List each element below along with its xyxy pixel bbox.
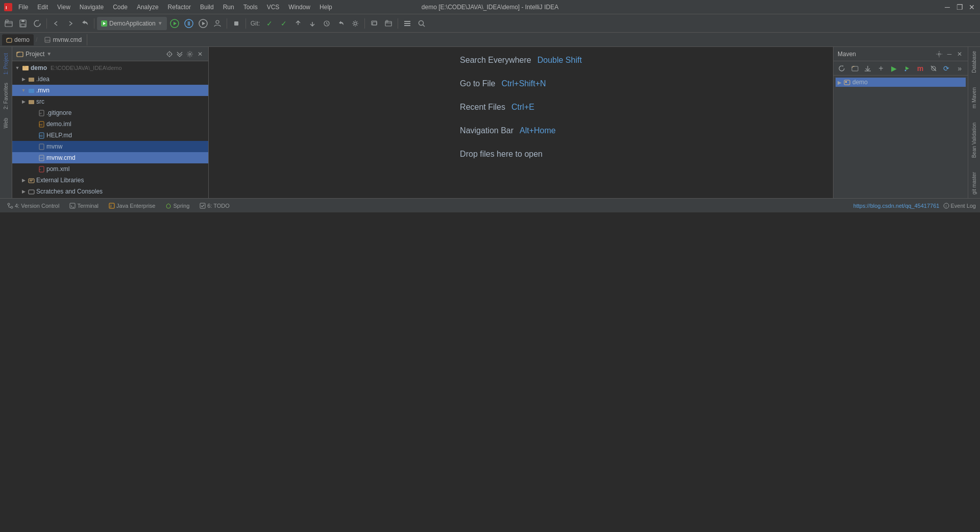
tree-item-mvn[interactable]: ▼ .mvn	[12, 85, 208, 96]
view-mode-button[interactable]	[401, 17, 414, 30]
menu-edit[interactable]: Edit	[33, 3, 52, 12]
restore-button[interactable]: ❐	[955, 3, 964, 11]
menu-analyze[interactable]: Analyze	[133, 3, 163, 12]
run-button[interactable]	[168, 17, 181, 30]
tab-maven-vertical[interactable]: m Maven	[970, 85, 978, 110]
maven-demo-item[interactable]: ▶ demo	[836, 78, 966, 87]
profile-button[interactable]	[211, 17, 224, 30]
navigation-bar-shortcut[interactable]: Alt+Home	[520, 126, 556, 135]
expand-src[interactable]: ▶	[20, 99, 27, 105]
git-push-button[interactable]	[291, 17, 305, 30]
run-configuration[interactable]: DemoApplication ▼	[97, 17, 167, 30]
maven-expand-icon[interactable]: ▶	[838, 80, 842, 85]
expand-demo[interactable]: ▼	[14, 65, 20, 71]
refresh-button[interactable]	[31, 17, 44, 30]
tab-java-enterprise[interactable]: J Java Enterprise	[106, 202, 158, 210]
menu-navigate[interactable]: Navigate	[76, 3, 108, 12]
maven-skip-test-button[interactable]	[927, 62, 940, 75]
title-bar-left: I File Edit View Navigate Code Analyze R…	[4, 3, 336, 12]
svg-point-13	[216, 20, 219, 23]
search-everywhere-shortcut[interactable]: Double Shift	[537, 56, 582, 65]
tree-item-gitignore[interactable]: git .gitignore	[12, 107, 208, 118]
tree-item-demo-root[interactable]: ▼ demo E:\CODE\JAVA\_IDEA\demo	[12, 62, 208, 74]
tab-version-control[interactable]: 4: Version Control	[4, 202, 62, 210]
menu-run[interactable]: Run	[219, 3, 238, 12]
tree-item-help-md[interactable]: MD HELP.md	[12, 130, 208, 141]
tab-project[interactable]: 1: Project	[1, 49, 11, 79]
menu-file[interactable]: File	[14, 3, 32, 12]
locate-file-button[interactable]	[165, 50, 174, 58]
tab-database[interactable]: Database	[970, 49, 978, 75]
project-settings-button[interactable]	[186, 50, 194, 58]
maven-sync-button[interactable]: ⟳	[941, 62, 953, 75]
undo-history-button[interactable]	[78, 17, 91, 30]
maven-minimize-button[interactable]: ─	[945, 50, 953, 58]
git-undo-button[interactable]	[334, 17, 348, 30]
maven-refresh-button[interactable]	[836, 62, 848, 75]
maven-add-button[interactable]: +	[875, 62, 887, 75]
expand-external-libs[interactable]: ▶	[20, 177, 27, 183]
git-update-button[interactable]	[306, 17, 319, 30]
csdn-link[interactable]: https://blog.csdn.net/qq_45417761	[853, 203, 940, 209]
maven-download-button[interactable]	[862, 62, 874, 75]
open-button[interactable]	[2, 17, 15, 30]
tree-item-demo-iml[interactable]: iml demo.iml	[12, 118, 208, 130]
back-button[interactable]	[50, 17, 63, 30]
goto-file-shortcut[interactable]: Ctrl+Shift+N	[501, 79, 546, 88]
open-new-window-button[interactable]	[368, 17, 381, 30]
svg-rect-56	[844, 80, 850, 85]
tree-item-idea[interactable]: ▶ .idea	[12, 74, 208, 85]
git-check-button[interactable]: ✓	[263, 17, 276, 30]
menu-refactor[interactable]: Refactor	[164, 3, 195, 12]
menu-help[interactable]: Help	[315, 3, 336, 12]
recent-files-shortcut[interactable]: Ctrl+E	[511, 103, 534, 112]
maven-expand-button[interactable]: »	[953, 62, 966, 75]
panel-close-button[interactable]: ✕	[196, 50, 204, 58]
tab-todo[interactable]: 6: TODO	[197, 202, 233, 210]
maven-settings-button[interactable]	[935, 50, 943, 58]
expand-scratches[interactable]: ▶	[20, 188, 27, 195]
collapse-all-button[interactable]	[176, 50, 184, 58]
save-button[interactable]	[16, 17, 30, 30]
maven-close-button[interactable]: ✕	[955, 50, 964, 58]
file-tab-mvnw[interactable]: cmd mvnw.cmd	[39, 34, 87, 45]
maven-debug-run-button[interactable]	[901, 62, 914, 75]
minimize-button[interactable]: ─	[943, 3, 951, 11]
tree-item-src[interactable]: ▶ src	[12, 96, 208, 107]
menu-view[interactable]: View	[53, 3, 75, 12]
git-commit-button[interactable]: ✓	[277, 17, 290, 30]
tree-item-mvnw-cmd[interactable]: cmd mvnw.cmd	[12, 152, 208, 163]
commit-settings-button[interactable]	[349, 17, 362, 30]
tab-bean-validation[interactable]: Bean Validation	[970, 120, 978, 160]
menu-tools[interactable]: Tools	[239, 3, 262, 12]
maven-open-button[interactable]	[849, 62, 861, 75]
debug-button[interactable]	[182, 17, 195, 30]
menu-window[interactable]: Window	[284, 3, 314, 12]
project-dropdown-arrow[interactable]: ▼	[46, 51, 52, 57]
maven-m-button[interactable]: m	[914, 62, 926, 75]
stop-button[interactable]	[230, 17, 243, 30]
git-history-button[interactable]	[320, 17, 333, 30]
maven-run-button[interactable]: ▶	[888, 62, 900, 75]
menu-build[interactable]: Build	[196, 3, 218, 12]
run-config-arrow: ▼	[158, 20, 163, 26]
tab-web[interactable]: Web	[1, 114, 11, 132]
tab-favorites[interactable]: 2: Favorites	[1, 79, 11, 113]
menu-code[interactable]: Code	[109, 3, 132, 12]
event-log-button[interactable]: i Event Log	[943, 203, 976, 209]
tab-spring[interactable]: Spring	[162, 202, 192, 210]
tree-item-external-libs[interactable]: ▶ External Libraries	[12, 175, 208, 186]
expand-mvn[interactable]: ▼	[20, 87, 27, 93]
tree-item-mvnw[interactable]: mvnw	[12, 141, 208, 152]
tree-item-scratches[interactable]: ▶ Scratches and Consoles	[12, 186, 208, 197]
search-everywhere-button[interactable]	[415, 17, 428, 30]
tab-terminal[interactable]: Terminal	[66, 202, 102, 210]
menu-vcs[interactable]: VCS	[263, 3, 284, 12]
close-button[interactable]: ✕	[968, 3, 976, 11]
forward-button[interactable]	[64, 17, 77, 30]
tab-git-master[interactable]: git master	[970, 170, 978, 197]
open-explorer-button[interactable]	[382, 17, 395, 30]
tree-item-pom-xml[interactable]: m pom.xml	[12, 163, 208, 175]
expand-idea[interactable]: ▶	[20, 76, 27, 82]
coverage-button[interactable]	[197, 17, 210, 30]
